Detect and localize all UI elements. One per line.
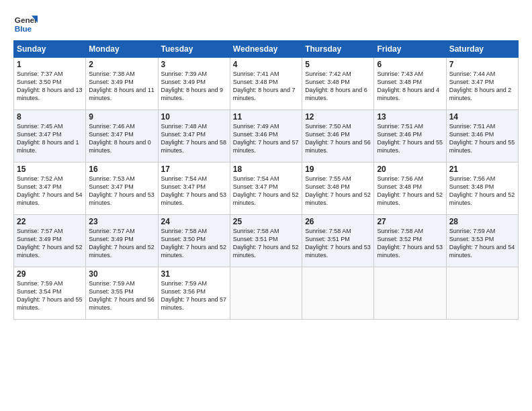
calendar-cell — [302, 267, 374, 320]
cell-info: Sunrise: 7:58 AMSunset: 3:51 PMDaylight:… — [233, 228, 299, 259]
day-number: 4 — [233, 60, 299, 69]
day-number: 11 — [233, 112, 299, 122]
cell-info: Sunrise: 7:51 AMSunset: 3:46 PMDaylight:… — [377, 123, 443, 154]
cell-info: Sunrise: 7:41 AMSunset: 3:48 PMDaylight:… — [233, 71, 296, 101]
calendar-cell: 1 Sunrise: 7:37 AMSunset: 3:50 PMDayligh… — [14, 58, 86, 110]
header: General Blue — [13, 11, 519, 35]
cell-info: Sunrise: 7:54 AMSunset: 3:47 PMDaylight:… — [233, 175, 299, 206]
cell-info: Sunrise: 7:57 AMSunset: 3:49 PMDaylight:… — [17, 228, 83, 259]
calendar-cell: 18 Sunrise: 7:54 AMSunset: 3:47 PMDaylig… — [230, 163, 302, 215]
cell-info: Sunrise: 7:39 AMSunset: 3:49 PMDaylight:… — [161, 71, 224, 101]
day-number: 10 — [161, 112, 227, 122]
day-number: 22 — [17, 217, 83, 226]
day-number: 18 — [233, 165, 299, 174]
logo: General Blue — [13, 11, 40, 35]
day-number: 16 — [89, 165, 154, 174]
day-number: 19 — [305, 165, 371, 174]
weekday-saturday: Saturday — [446, 41, 518, 58]
day-number: 1 — [17, 60, 83, 69]
day-number: 31 — [161, 269, 227, 279]
calendar-cell: 24 Sunrise: 7:58 AMSunset: 3:50 PMDaylig… — [158, 215, 230, 267]
cell-info: Sunrise: 7:59 AMSunset: 3:56 PMDaylight:… — [161, 280, 227, 311]
cell-info: Sunrise: 7:56 AMSunset: 3:48 PMDaylight:… — [449, 175, 515, 206]
calendar-cell: 10 Sunrise: 7:48 AMSunset: 3:47 PMDaylig… — [158, 110, 230, 163]
week-row-1: 1 Sunrise: 7:37 AMSunset: 3:50 PMDayligh… — [14, 58, 519, 110]
day-number: 24 — [161, 217, 227, 226]
calendar-cell: 4 Sunrise: 7:41 AMSunset: 3:48 PMDayligh… — [230, 58, 302, 110]
calendar-cell: 11 Sunrise: 7:49 AMSunset: 3:46 PMDaylig… — [230, 110, 302, 163]
calendar-cell — [374, 267, 446, 320]
cell-info: Sunrise: 7:44 AMSunset: 3:47 PMDaylight:… — [449, 71, 512, 101]
day-number: 5 — [305, 60, 371, 69]
calendar-cell: 7 Sunrise: 7:44 AMSunset: 3:47 PMDayligh… — [446, 58, 518, 110]
day-number: 26 — [305, 217, 371, 226]
day-number: 9 — [89, 112, 154, 122]
calendar-cell: 13 Sunrise: 7:51 AMSunset: 3:46 PMDaylig… — [374, 110, 446, 163]
calendar-cell: 27 Sunrise: 7:58 AMSunset: 3:52 PMDaylig… — [374, 215, 446, 267]
calendar-cell: 26 Sunrise: 7:58 AMSunset: 3:51 PMDaylig… — [302, 215, 374, 267]
cell-info: Sunrise: 7:59 AMSunset: 3:53 PMDaylight:… — [449, 228, 515, 259]
calendar-cell: 30 Sunrise: 7:59 AMSunset: 3:55 PMDaylig… — [86, 267, 158, 320]
calendar-cell: 15 Sunrise: 7:52 AMSunset: 3:47 PMDaylig… — [14, 163, 86, 215]
calendar-cell: 21 Sunrise: 7:56 AMSunset: 3:48 PMDaylig… — [446, 163, 518, 215]
calendar-cell: 17 Sunrise: 7:54 AMSunset: 3:47 PMDaylig… — [158, 163, 230, 215]
day-number: 21 — [449, 165, 515, 174]
cell-info: Sunrise: 7:51 AMSunset: 3:46 PMDaylight:… — [449, 123, 515, 154]
calendar-cell: 2 Sunrise: 7:38 AMSunset: 3:49 PMDayligh… — [86, 58, 158, 110]
weekday-monday: Monday — [86, 41, 158, 58]
calendar-cell: 28 Sunrise: 7:59 AMSunset: 3:53 PMDaylig… — [446, 215, 518, 267]
calendar-cell — [230, 267, 302, 320]
cell-info: Sunrise: 7:55 AMSunset: 3:48 PMDaylight:… — [305, 175, 371, 206]
day-number: 27 — [377, 217, 443, 226]
weekday-thursday: Thursday — [302, 41, 374, 58]
logo-icon: General Blue — [13, 11, 38, 35]
weekday-wednesday: Wednesday — [230, 41, 302, 58]
cell-info: Sunrise: 7:58 AMSunset: 3:52 PMDaylight:… — [377, 228, 443, 259]
cell-info: Sunrise: 7:45 AMSunset: 3:47 PMDaylight:… — [17, 123, 79, 154]
cell-info: Sunrise: 7:56 AMSunset: 3:48 PMDaylight:… — [377, 175, 443, 206]
day-number: 29 — [17, 269, 83, 279]
weekday-friday: Friday — [374, 41, 446, 58]
cell-info: Sunrise: 7:43 AMSunset: 3:48 PMDaylight:… — [377, 71, 439, 101]
day-number: 15 — [17, 165, 83, 174]
week-row-2: 8 Sunrise: 7:45 AMSunset: 3:47 PMDayligh… — [14, 110, 519, 163]
calendar-cell: 20 Sunrise: 7:56 AMSunset: 3:48 PMDaylig… — [374, 163, 446, 215]
calendar-cell: 29 Sunrise: 7:59 AMSunset: 3:54 PMDaylig… — [14, 267, 86, 320]
week-row-3: 15 Sunrise: 7:52 AMSunset: 3:47 PMDaylig… — [14, 163, 519, 215]
cell-info: Sunrise: 7:49 AMSunset: 3:46 PMDaylight:… — [233, 123, 299, 154]
day-number: 14 — [449, 112, 515, 122]
day-number: 17 — [161, 165, 227, 174]
weekday-tuesday: Tuesday — [158, 41, 230, 58]
day-number: 20 — [377, 165, 443, 174]
day-number: 8 — [17, 112, 83, 122]
cell-info: Sunrise: 7:38 AMSunset: 3:49 PMDaylight:… — [89, 71, 154, 101]
calendar-cell: 3 Sunrise: 7:39 AMSunset: 3:49 PMDayligh… — [158, 58, 230, 110]
cell-info: Sunrise: 7:59 AMSunset: 3:55 PMDaylight:… — [89, 280, 154, 311]
day-number: 6 — [377, 60, 443, 69]
cell-info: Sunrise: 7:52 AMSunset: 3:47 PMDaylight:… — [17, 175, 83, 206]
cell-info: Sunrise: 7:37 AMSunset: 3:50 PMDaylight:… — [17, 71, 83, 101]
cell-info: Sunrise: 7:58 AMSunset: 3:51 PMDaylight:… — [305, 228, 371, 259]
calendar-cell: 14 Sunrise: 7:51 AMSunset: 3:46 PMDaylig… — [446, 110, 518, 163]
calendar-cell: 9 Sunrise: 7:46 AMSunset: 3:47 PMDayligh… — [86, 110, 158, 163]
page: General Blue SundayMondayTuesdayWednesda… — [0, 0, 532, 326]
day-number: 13 — [377, 112, 443, 122]
calendar-table: SundayMondayTuesdayWednesdayThursdayFrid… — [13, 40, 519, 320]
weekday-sunday: Sunday — [14, 41, 86, 58]
day-number: 28 — [449, 217, 515, 226]
calendar-cell — [446, 267, 518, 320]
cell-info: Sunrise: 7:59 AMSunset: 3:54 PMDaylight:… — [17, 280, 83, 311]
calendar-cell: 22 Sunrise: 7:57 AMSunset: 3:49 PMDaylig… — [14, 215, 86, 267]
cell-info: Sunrise: 7:42 AMSunset: 3:48 PMDaylight:… — [305, 71, 367, 101]
calendar-cell: 16 Sunrise: 7:53 AMSunset: 3:47 PMDaylig… — [86, 163, 158, 215]
weekday-header-row: SundayMondayTuesdayWednesdayThursdayFrid… — [14, 41, 519, 58]
day-number: 12 — [305, 112, 371, 122]
calendar-cell: 19 Sunrise: 7:55 AMSunset: 3:48 PMDaylig… — [302, 163, 374, 215]
day-number: 25 — [233, 217, 299, 226]
calendar-cell: 25 Sunrise: 7:58 AMSunset: 3:51 PMDaylig… — [230, 215, 302, 267]
cell-info: Sunrise: 7:58 AMSunset: 3:50 PMDaylight:… — [161, 228, 227, 259]
day-number: 7 — [449, 60, 515, 69]
cell-info: Sunrise: 7:46 AMSunset: 3:47 PMDaylight:… — [89, 123, 151, 154]
cell-info: Sunrise: 7:53 AMSunset: 3:47 PMDaylight:… — [89, 175, 154, 206]
cell-info: Sunrise: 7:48 AMSunset: 3:47 PMDaylight:… — [161, 123, 227, 154]
